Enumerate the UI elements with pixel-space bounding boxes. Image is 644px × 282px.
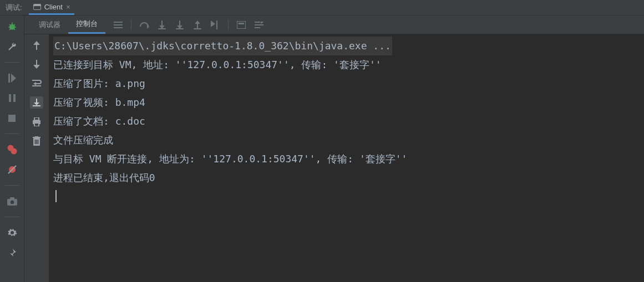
svg-rect-42 bbox=[33, 105, 40, 106]
svg-rect-4 bbox=[13, 94, 16, 102]
separator bbox=[131, 20, 131, 30]
svg-rect-14 bbox=[114, 24, 123, 25]
svg-point-7 bbox=[11, 148, 17, 155]
resume-icon[interactable] bbox=[7, 73, 18, 84]
wrench-icon[interactable] bbox=[7, 41, 18, 52]
clear-all-icon[interactable] bbox=[31, 135, 42, 146]
print-icon[interactable] bbox=[31, 116, 42, 127]
soft-wrap-icon[interactable] bbox=[31, 78, 42, 89]
scroll-to-end-icon[interactable] bbox=[30, 96, 43, 109]
close-icon[interactable]: × bbox=[66, 3, 70, 11]
run-to-cursor-icon[interactable] bbox=[210, 20, 220, 30]
settings-icon[interactable] bbox=[7, 227, 18, 238]
run-config-name: Client bbox=[44, 3, 63, 11]
force-step-into-icon[interactable] bbox=[175, 20, 185, 30]
svg-point-12 bbox=[10, 200, 13, 203]
svg-rect-28 bbox=[237, 21, 246, 29]
svg-marker-24 bbox=[195, 20, 200, 24]
svg-rect-13 bbox=[114, 22, 123, 23]
pause-icon[interactable] bbox=[7, 93, 18, 104]
svg-marker-38 bbox=[33, 82, 36, 85]
tab-console-label: 控制台 bbox=[76, 19, 98, 29]
scroll-down-icon[interactable] bbox=[31, 59, 42, 70]
mute-breakpoints-icon[interactable] bbox=[7, 164, 18, 175]
view-breakpoints-icon[interactable] bbox=[7, 144, 18, 155]
window-icon bbox=[33, 4, 41, 10]
step-over-icon[interactable] bbox=[139, 20, 149, 30]
console-output[interactable]: C:\Users\28607\.jdks\corretto-1.8.0_362\… bbox=[49, 34, 644, 282]
console-tabs: 调试器 控制台 bbox=[24, 16, 644, 34]
console-gutter bbox=[24, 34, 49, 282]
debug-label: 调试: bbox=[6, 3, 22, 13]
step-into-icon[interactable] bbox=[157, 20, 167, 30]
console-line: 进程已结束,退出代码0 bbox=[51, 168, 644, 187]
step-out-icon[interactable] bbox=[192, 20, 202, 30]
svg-rect-30 bbox=[255, 22, 260, 23]
run-config-tab[interactable]: Client × bbox=[29, 1, 75, 15]
stop-icon[interactable] bbox=[7, 112, 18, 124]
console-line: 已连接到目标 VM, 地址: ''127.0.0.1:50347'', 传输: … bbox=[51, 55, 644, 74]
svg-rect-29 bbox=[239, 23, 244, 24]
svg-rect-44 bbox=[34, 117, 39, 120]
separator bbox=[5, 62, 19, 63]
step-toolbar bbox=[105, 16, 264, 34]
tab-debugger-label: 调试器 bbox=[39, 20, 60, 30]
separator bbox=[5, 185, 19, 186]
svg-rect-5 bbox=[8, 115, 16, 122]
svg-marker-37 bbox=[33, 65, 40, 69]
svg-marker-2 bbox=[11, 74, 16, 83]
separator bbox=[5, 217, 19, 217]
evaluate-expression-icon[interactable] bbox=[236, 20, 246, 30]
console-command-line: C:\Users\28607\.jdks\corretto-1.8.0_362\… bbox=[51, 37, 644, 55]
svg-marker-33 bbox=[261, 22, 263, 24]
svg-rect-32 bbox=[255, 27, 260, 28]
svg-rect-22 bbox=[176, 28, 184, 29]
svg-rect-25 bbox=[194, 28, 201, 29]
console-line: 文件压缩完成 bbox=[51, 131, 644, 150]
separator bbox=[5, 134, 19, 134]
svg-rect-48 bbox=[35, 136, 38, 137]
debug-tool-strip bbox=[0, 16, 24, 282]
console-line: 压缩了视频: b.mp4 bbox=[51, 93, 644, 112]
bug-icon[interactable] bbox=[7, 21, 18, 32]
svg-rect-3 bbox=[9, 94, 11, 102]
svg-marker-26 bbox=[211, 20, 215, 27]
svg-rect-19 bbox=[158, 28, 166, 29]
svg-rect-31 bbox=[255, 24, 263, 25]
console-line: 压缩了图片: a.png bbox=[51, 74, 644, 93]
tab-console[interactable]: 控制台 bbox=[68, 16, 105, 34]
svg-marker-41 bbox=[34, 102, 39, 105]
separator bbox=[228, 20, 229, 30]
text-cursor bbox=[55, 190, 57, 202]
tab-debugger[interactable]: 调试器 bbox=[31, 16, 68, 34]
console-line: 与目标 VM 断开连接, 地址为: ''127.0.0.1:50347'', 传… bbox=[51, 150, 644, 168]
svg-rect-45 bbox=[34, 123, 39, 126]
trace-current-stream-chain-icon[interactable] bbox=[254, 20, 264, 30]
svg-rect-11 bbox=[10, 197, 14, 199]
svg-rect-15 bbox=[114, 27, 123, 28]
camera-icon[interactable] bbox=[7, 196, 18, 207]
pin-icon[interactable] bbox=[7, 247, 18, 258]
console-line: 压缩了文档: c.doc bbox=[51, 112, 644, 131]
show-execution-point-icon[interactable] bbox=[113, 20, 123, 30]
scroll-up-icon[interactable] bbox=[31, 40, 42, 51]
svg-marker-34 bbox=[33, 41, 40, 45]
console-command: C:\Users\28607\.jdks\corretto-1.8.0_362\… bbox=[53, 37, 392, 55]
svg-rect-1 bbox=[8, 74, 10, 83]
debug-header: 调试: Client × bbox=[0, 0, 644, 16]
console-cursor-line bbox=[51, 187, 644, 206]
